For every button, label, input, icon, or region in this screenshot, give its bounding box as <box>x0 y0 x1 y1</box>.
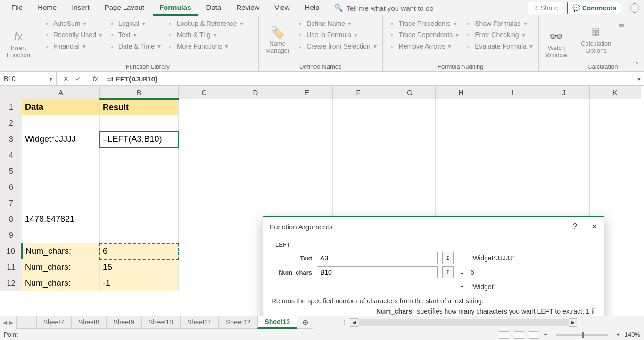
help-icon[interactable]: ? <box>573 222 577 231</box>
row-header-1[interactable]: 1 <box>0 99 22 115</box>
horizontal-scrollbar[interactable]: ◀ ▶ <box>348 316 579 329</box>
scroll-left-icon[interactable]: ◀ <box>350 318 358 327</box>
cell-A5[interactable] <box>22 163 100 179</box>
column-header-E[interactable]: E <box>281 86 333 99</box>
menu-tab-file[interactable]: File <box>5 0 29 16</box>
column-header-I[interactable]: I <box>487 86 538 99</box>
cell-C3[interactable] <box>179 131 230 147</box>
cell-I4[interactable] <box>487 147 538 163</box>
cell-A11[interactable]: Num_chars: <box>22 259 100 275</box>
cell-D3[interactable] <box>230 131 281 147</box>
cell-H1[interactable] <box>436 99 487 115</box>
select-all-corner[interactable] <box>0 86 22 99</box>
cell-J6[interactable] <box>538 179 590 195</box>
cell-F4[interactable] <box>333 147 384 163</box>
accept-formula-button[interactable]: ✓ <box>75 75 81 82</box>
cell-J5[interactable] <box>538 163 590 179</box>
close-icon[interactable]: ✕ <box>591 222 597 231</box>
trace-dependents-button[interactable]: ▫Trace Dependents ▾ <box>387 30 461 40</box>
sheet-tab-sheet11[interactable]: Sheet11 <box>180 316 219 329</box>
financial-button[interactable]: ▫Financial ▾ <box>41 41 104 51</box>
cell-G4[interactable] <box>384 147 436 163</box>
feedback-icon[interactable] <box>630 3 639 13</box>
column-header-H[interactable]: H <box>436 86 487 99</box>
cell-E4[interactable] <box>281 147 333 163</box>
cell-E6[interactable] <box>281 179 333 195</box>
column-header-K[interactable]: K <box>590 86 641 99</box>
scroll-right-icon[interactable]: ▶ <box>569 318 577 327</box>
evaluate-formula-button[interactable]: ▫Evaluate Formula ▾ <box>462 41 535 51</box>
more-functions-button[interactable]: ▫More Functions ▾ <box>165 41 245 51</box>
cell-E7[interactable] <box>281 195 333 211</box>
cell-C5[interactable] <box>179 163 230 179</box>
comments-button[interactable]: 💬Comments <box>567 2 621 14</box>
error-checking-button[interactable]: ▫Error Checking ▾ <box>462 30 535 40</box>
column-header-J[interactable]: J <box>538 86 590 99</box>
column-header-F[interactable]: F <box>333 86 384 99</box>
recently-used-button[interactable]: ▫Recently Used ▾ <box>41 30 104 40</box>
define-name-button[interactable]: ▫Define Name ▾ <box>294 19 378 28</box>
sheet-nav[interactable]: ◀▶ <box>0 316 17 329</box>
cell-E2[interactable] <box>281 115 333 131</box>
column-header-D[interactable]: D <box>230 86 281 99</box>
cell-A1[interactable]: Data <box>22 99 100 115</box>
collapse-dialog-icon[interactable]: ↥ <box>442 266 454 278</box>
cell-C9[interactable] <box>179 227 230 243</box>
tab-split-handle[interactable]: ⋮ <box>341 319 348 326</box>
cell-I1[interactable] <box>487 99 538 115</box>
normal-view-button[interactable] <box>499 331 509 339</box>
nav-prev-icon[interactable]: ◀ <box>3 319 7 326</box>
cell-B7[interactable] <box>100 195 179 211</box>
cell-E1[interactable] <box>281 99 333 115</box>
cell-F7[interactable] <box>333 195 384 211</box>
cell-D5[interactable] <box>230 163 281 179</box>
column-header-B[interactable]: B <box>100 86 179 99</box>
add-sheet-button[interactable]: ⊕ <box>297 316 313 329</box>
cell-C1[interactable] <box>179 99 230 115</box>
lookup-reference-button[interactable]: ▫Lookup & Reference ▾ <box>165 19 245 28</box>
cell-A2[interactable] <box>22 115 100 131</box>
row-header-11[interactable]: 11 <box>0 259 22 275</box>
cell-G5[interactable] <box>384 163 436 179</box>
sheet-tab-sheet10[interactable]: Sheet10 <box>141 316 180 329</box>
calc-now-button[interactable]: ▦ <box>616 19 627 28</box>
cell-B6[interactable] <box>100 179 179 195</box>
cell-G2[interactable] <box>384 115 436 131</box>
cell-D2[interactable] <box>230 115 281 131</box>
cell-A12[interactable]: Num_chars: <box>22 275 100 291</box>
sheet-tab-sheet8[interactable]: Sheet8 <box>71 316 106 329</box>
cell-I2[interactable] <box>487 115 538 131</box>
cell-C10[interactable] <box>179 243 230 259</box>
logical-button[interactable]: ▫Logical ▾ <box>106 19 163 28</box>
cell-A9[interactable] <box>22 227 100 243</box>
cell-C6[interactable] <box>179 179 230 195</box>
cell-F3[interactable] <box>333 131 384 147</box>
page-break-view-button[interactable] <box>529 331 539 339</box>
row-header-10[interactable]: 10 <box>0 243 22 259</box>
nav-next-icon[interactable]: ▶ <box>9 319 13 326</box>
cell-J7[interactable] <box>538 195 590 211</box>
cell-G3[interactable] <box>384 131 436 147</box>
row-header-8[interactable]: 8 <box>0 211 22 227</box>
cell-B1[interactable]: Result <box>100 99 179 115</box>
date-time-button[interactable]: ▫Date & Time ▾ <box>106 41 163 51</box>
fx-label[interactable]: fx <box>88 72 103 85</box>
cell-E5[interactable] <box>281 163 333 179</box>
cell-B3[interactable]: =LEFT(A3,B10) <box>100 131 179 147</box>
sheet-tab-overflow[interactable]: ... <box>17 316 36 329</box>
cell-C2[interactable] <box>179 115 230 131</box>
row-header-12[interactable]: 12 <box>0 275 22 291</box>
menu-tab-insert[interactable]: Insert <box>65 0 96 16</box>
row-header-2[interactable]: 2 <box>0 115 22 131</box>
calculation-options-button[interactable]: 🖩Calculation Options <box>578 18 614 62</box>
cell-F5[interactable] <box>333 163 384 179</box>
menu-tab-view[interactable]: View <box>268 0 296 16</box>
autosum-button[interactable]: ▫AutoSum ▾ <box>41 19 104 28</box>
cell-H6[interactable] <box>436 179 487 195</box>
cell-C12[interactable] <box>179 275 230 291</box>
calc-sheet-button[interactable]: ▤ <box>616 30 627 40</box>
arg-input-1[interactable] <box>317 266 438 278</box>
column-header-A[interactable]: A <box>22 86 100 99</box>
watch-window-button[interactable]: 👓Watch Window <box>543 18 570 70</box>
menu-tab-help[interactable]: Help <box>298 0 326 16</box>
